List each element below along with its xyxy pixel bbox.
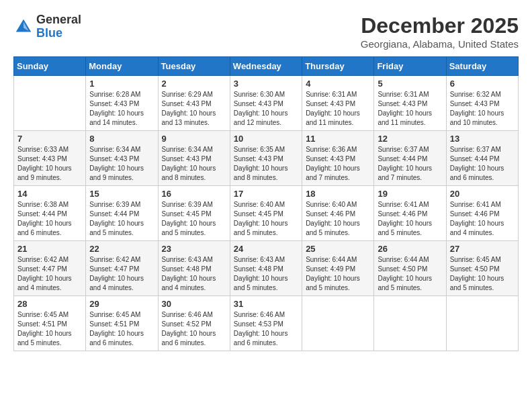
day-info: Sunrise: 6:36 AMSunset: 4:43 PMDaylight:… [306,145,370,183]
logo-icon [13,17,34,37]
day-number: 16 [162,189,226,199]
calendar-cell: 8Sunrise: 6:34 AMSunset: 4:43 PMDaylight… [86,131,158,186]
day-info: Sunrise: 6:37 AMSunset: 4:44 PMDaylight:… [378,145,442,183]
week-row-1: 1Sunrise: 6:28 AMSunset: 4:43 PMDaylight… [14,76,519,131]
calendar-cell: 25Sunrise: 6:44 AMSunset: 4:49 PMDayligh… [302,241,374,296]
logo-blue: Blue [36,27,81,40]
page-header: General Blue December 2025 Georgiana, Al… [13,13,519,50]
page-subtitle: Georgiana, Alabama, United States [361,38,519,50]
calendar-cell: 19Sunrise: 6:41 AMSunset: 4:46 PMDayligh… [374,186,446,241]
day-number: 8 [89,134,154,144]
day-number: 6 [450,79,515,89]
day-info: Sunrise: 6:43 AMSunset: 4:48 PMDaylight:… [162,255,226,293]
day-info: Sunrise: 6:39 AMSunset: 4:44 PMDaylight:… [89,200,154,238]
day-info: Sunrise: 6:31 AMSunset: 4:43 PMDaylight:… [306,90,370,128]
weekday-header-tuesday: Tuesday [158,57,230,76]
calendar-table: SundayMondayTuesdayWednesdayThursdayFrid… [13,56,519,351]
day-info: Sunrise: 6:35 AMSunset: 4:43 PMDaylight:… [234,145,298,183]
day-number: 14 [17,189,82,199]
day-number: 13 [450,134,515,144]
day-info: Sunrise: 6:37 AMSunset: 4:44 PMDaylight:… [450,145,515,183]
calendar-cell [446,296,518,351]
day-info: Sunrise: 6:32 AMSunset: 4:43 PMDaylight:… [450,90,515,128]
day-info: Sunrise: 6:44 AMSunset: 4:49 PMDaylight:… [306,255,370,293]
day-number: 22 [89,244,154,254]
day-info: Sunrise: 6:46 AMSunset: 4:52 PMDaylight:… [162,310,226,348]
calendar-cell: 20Sunrise: 6:41 AMSunset: 4:46 PMDayligh… [446,186,518,241]
weekday-header-monday: Monday [86,57,158,76]
calendar-cell: 30Sunrise: 6:46 AMSunset: 4:52 PMDayligh… [158,296,230,351]
calendar-cell: 27Sunrise: 6:45 AMSunset: 4:50 PMDayligh… [446,241,518,296]
week-row-2: 7Sunrise: 6:33 AMSunset: 4:43 PMDaylight… [14,131,519,186]
day-info: Sunrise: 6:42 AMSunset: 4:47 PMDaylight:… [17,255,82,293]
calendar-cell: 26Sunrise: 6:44 AMSunset: 4:50 PMDayligh… [374,241,446,296]
calendar-cell: 9Sunrise: 6:34 AMSunset: 4:43 PMDaylight… [158,131,230,186]
calendar-cell: 13Sunrise: 6:37 AMSunset: 4:44 PMDayligh… [446,131,518,186]
day-number: 10 [234,134,298,144]
calendar-cell: 29Sunrise: 6:45 AMSunset: 4:51 PMDayligh… [86,296,158,351]
day-info: Sunrise: 6:31 AMSunset: 4:43 PMDaylight:… [378,90,442,128]
week-row-3: 14Sunrise: 6:38 AMSunset: 4:44 PMDayligh… [14,186,519,241]
day-info: Sunrise: 6:28 AMSunset: 4:43 PMDaylight:… [89,90,154,128]
day-number: 27 [450,244,515,254]
logo-text: General Blue [36,13,81,40]
day-info: Sunrise: 6:41 AMSunset: 4:46 PMDaylight:… [378,200,442,238]
day-info: Sunrise: 6:43 AMSunset: 4:48 PMDaylight:… [234,255,298,293]
calendar-cell [302,296,374,351]
week-row-4: 21Sunrise: 6:42 AMSunset: 4:47 PMDayligh… [14,241,519,296]
calendar-cell: 18Sunrise: 6:40 AMSunset: 4:46 PMDayligh… [302,186,374,241]
weekday-header-row: SundayMondayTuesdayWednesdayThursdayFrid… [14,57,519,76]
day-number: 24 [234,244,298,254]
weekday-header-thursday: Thursday [302,57,374,76]
day-number: 11 [306,134,370,144]
calendar-cell: 16Sunrise: 6:39 AMSunset: 4:45 PMDayligh… [158,186,230,241]
weekday-header-friday: Friday [374,57,446,76]
day-number: 21 [17,244,82,254]
day-number: 29 [89,299,154,309]
day-number: 3 [234,79,298,89]
day-info: Sunrise: 6:45 AMSunset: 4:50 PMDaylight:… [450,255,515,293]
day-number: 17 [234,189,298,199]
day-number: 2 [162,79,226,89]
day-info: Sunrise: 6:40 AMSunset: 4:46 PMDaylight:… [306,200,370,238]
day-number: 30 [162,299,226,309]
day-number: 26 [378,244,442,254]
day-number: 18 [306,189,370,199]
day-number: 19 [378,189,442,199]
day-number: 25 [306,244,370,254]
day-info: Sunrise: 6:34 AMSunset: 4:43 PMDaylight:… [89,145,154,183]
calendar-cell: 14Sunrise: 6:38 AMSunset: 4:44 PMDayligh… [14,186,86,241]
page-title: December 2025 [361,13,519,38]
calendar-cell [14,76,86,131]
day-info: Sunrise: 6:40 AMSunset: 4:45 PMDaylight:… [234,200,298,238]
calendar-cell: 4Sunrise: 6:31 AMSunset: 4:43 PMDaylight… [302,76,374,131]
logo: General Blue [13,13,81,40]
day-number: 1 [89,79,154,89]
day-info: Sunrise: 6:38 AMSunset: 4:44 PMDaylight:… [17,200,82,238]
calendar-cell: 31Sunrise: 6:46 AMSunset: 4:53 PMDayligh… [230,296,302,351]
calendar-cell: 1Sunrise: 6:28 AMSunset: 4:43 PMDaylight… [86,76,158,131]
day-number: 4 [306,79,370,89]
calendar-cell [374,296,446,351]
day-info: Sunrise: 6:45 AMSunset: 4:51 PMDaylight:… [17,310,82,348]
day-info: Sunrise: 6:44 AMSunset: 4:50 PMDaylight:… [378,255,442,293]
calendar-cell: 5Sunrise: 6:31 AMSunset: 4:43 PMDaylight… [374,76,446,131]
day-info: Sunrise: 6:30 AMSunset: 4:43 PMDaylight:… [234,90,298,128]
day-info: Sunrise: 6:39 AMSunset: 4:45 PMDaylight:… [162,200,226,238]
day-number: 23 [162,244,226,254]
day-number: 12 [378,134,442,144]
day-number: 9 [162,134,226,144]
day-info: Sunrise: 6:45 AMSunset: 4:51 PMDaylight:… [89,310,154,348]
day-number: 28 [17,299,82,309]
weekday-header-saturday: Saturday [446,57,518,76]
day-info: Sunrise: 6:41 AMSunset: 4:46 PMDaylight:… [450,200,515,238]
day-info: Sunrise: 6:42 AMSunset: 4:47 PMDaylight:… [89,255,154,293]
day-number: 5 [378,79,442,89]
day-number: 15 [89,189,154,199]
day-info: Sunrise: 6:29 AMSunset: 4:43 PMDaylight:… [162,90,226,128]
calendar-cell: 28Sunrise: 6:45 AMSunset: 4:51 PMDayligh… [14,296,86,351]
day-info: Sunrise: 6:33 AMSunset: 4:43 PMDaylight:… [17,145,82,183]
calendar-cell: 10Sunrise: 6:35 AMSunset: 4:43 PMDayligh… [230,131,302,186]
weekday-header-wednesday: Wednesday [230,57,302,76]
calendar-cell: 2Sunrise: 6:29 AMSunset: 4:43 PMDaylight… [158,76,230,131]
